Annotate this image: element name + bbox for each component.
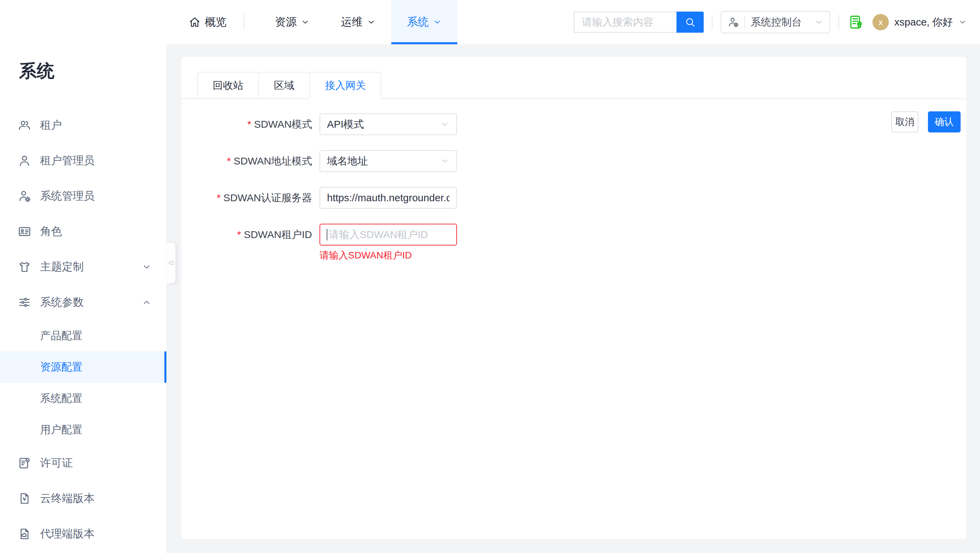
required-marker: * <box>247 118 251 130</box>
sdwan-address-mode-select[interactable]: 域名地址 <box>320 150 457 172</box>
tab-recycle-bin[interactable]: 回收站 <box>197 72 259 99</box>
system-admin-icon <box>18 189 31 203</box>
select-value: 域名地址 <box>327 154 368 168</box>
console-dropdown-value: 系统控制台 <box>751 15 815 29</box>
sidebar-subitem-label: 用户配置 <box>40 422 82 437</box>
sidebar-item-license[interactable]: 许可证 <box>0 445 166 481</box>
search-button[interactable] <box>676 11 704 33</box>
tab-label: 区域 <box>274 79 294 92</box>
text-cursor <box>327 229 327 241</box>
tab-label: 接入网关 <box>325 79 366 92</box>
sidebar-item-tenant-admin[interactable]: 租户管理员 <box>0 143 166 178</box>
chevron-down-icon <box>142 262 151 272</box>
form-row-sdwan-mode: *SDWAN模式 API模式 <box>181 113 966 135</box>
sidebar-item-system-admin[interactable]: 系统管理员 <box>0 178 166 214</box>
sidebar-item-label: 系统管理员 <box>40 189 95 204</box>
sidebar-item-cloud-terminal-version[interactable]: 云终端版本 <box>0 481 166 516</box>
sidebar-item-label: 租户 <box>40 118 62 133</box>
chevron-down-icon <box>301 18 310 27</box>
nav-label: 系统 <box>407 14 429 30</box>
sidebar-subitem-label: 系统配置 <box>40 391 82 406</box>
sidebar-subitem-resource-config[interactable]: 资源配置 <box>0 351 166 383</box>
theme-tshirt-icon <box>18 260 31 274</box>
dropdown-separator <box>745 15 745 29</box>
nav-label: 概览 <box>205 14 227 30</box>
sidebar-menu: 租户 租户管理员 系统管理员 <box>0 108 166 553</box>
sidebar-subitem-system-config[interactable]: 系统配置 <box>0 383 166 414</box>
sidebar-item-label: 租户管理员 <box>40 153 95 168</box>
sdwan-tenant-id-wrap <box>320 224 457 245</box>
select-value: API模式 <box>327 118 364 131</box>
cancel-button[interactable]: 取消 <box>891 112 918 132</box>
agent-version-icon <box>18 527 31 541</box>
page-area: 回收站 区域 接入网关 取消 确认 *SDWAN模式 <box>167 44 980 553</box>
sidebar-subitem-user-config[interactable]: 用户配置 <box>0 414 166 445</box>
license-certificate-icon[interactable] <box>847 14 865 31</box>
sidebar-item-theme[interactable]: 主题定制 <box>0 249 166 285</box>
top-navigation: 概览 资源 运维 系统 <box>186 0 457 44</box>
nav-label: 资源 <box>275 14 297 30</box>
sdwan-mode-select[interactable]: API模式 <box>320 113 457 135</box>
tab-panel-access-gateway: 取消 确认 *SDWAN模式 API模式 <box>181 99 966 262</box>
user-gear-icon <box>727 16 739 28</box>
sidebar-item-label: 系统参数 <box>40 295 84 310</box>
chevron-down-icon <box>440 120 450 129</box>
form-row-sdwan-address-mode: *SDWAN地址模式 域名地址 <box>181 150 966 172</box>
tenant-admin-icon <box>18 154 31 167</box>
tab-access-gateway[interactable]: 接入网关 <box>309 72 382 99</box>
chevron-down-icon <box>815 18 824 27</box>
nav-item-operations[interactable]: 运维 <box>325 0 391 44</box>
required-marker: * <box>237 229 241 240</box>
required-marker: * <box>227 155 231 167</box>
app-screen: 概览 资源 运维 系统 <box>0 0 980 553</box>
sidebar-item-label: 许可证 <box>40 456 73 470</box>
role-card-icon <box>18 225 31 238</box>
search-input[interactable] <box>574 11 676 33</box>
sidebar-collapse-handle[interactable] <box>167 242 176 283</box>
nav-item-overview[interactable]: 概览 <box>186 0 229 44</box>
tab-bar: 回收站 区域 接入网关 <box>181 72 966 99</box>
menu-fold-icon <box>167 259 175 267</box>
topbar-right: 系统控制台 x xspace, 你好 <box>574 0 967 44</box>
sidebar-item-system-params[interactable]: 系统参数 <box>0 285 166 320</box>
topbar-divider <box>838 14 839 30</box>
sidebar-item-partial[interactable] <box>0 551 166 553</box>
search-icon <box>684 16 696 28</box>
tab-label: 回收站 <box>213 79 243 92</box>
confirm-button[interactable]: 确认 <box>928 112 961 132</box>
cloud-terminal-version-icon <box>18 492 31 505</box>
nav-item-resources[interactable]: 资源 <box>259 0 325 44</box>
user-menu[interactable]: x xspace, 你好 <box>872 14 967 30</box>
field-error-message: 请输入SDWAN租户ID <box>320 249 966 262</box>
tab-region[interactable]: 区域 <box>258 72 310 99</box>
form-row-sdwan-auth-server: *SDWAN认证服务器 <box>181 187 966 209</box>
sidebar-subitem-product-config[interactable]: 产品配置 <box>0 320 166 351</box>
home-icon <box>189 16 201 28</box>
user-greeting: xspace, 你好 <box>894 15 953 29</box>
sdwan-tenant-id-input[interactable] <box>320 224 457 245</box>
topbar-divider <box>712 14 713 30</box>
sidebar-item-agent-version[interactable]: 代理端版本 <box>0 516 166 551</box>
field-label: *SDWAN租户ID <box>181 228 312 242</box>
searchbox <box>574 11 704 33</box>
sliders-icon <box>18 296 31 309</box>
nav-divider <box>243 14 244 30</box>
sidebar-item-tenants[interactable]: 租户 <box>0 108 166 143</box>
sidebar-title: 系统 <box>19 59 166 83</box>
topbar: 概览 资源 运维 系统 <box>0 0 980 44</box>
content-card: 回收站 区域 接入网关 取消 确认 *SDWAN模式 <box>181 57 966 539</box>
nav-item-system[interactable]: 系统 <box>391 0 457 44</box>
console-dropdown[interactable]: 系统控制台 <box>721 11 830 33</box>
sdwan-auth-server-input[interactable] <box>320 187 457 209</box>
nav-label: 运维 <box>341 14 363 30</box>
sidebar-item-label: 主题定制 <box>40 260 84 274</box>
form-actions: 取消 确认 <box>891 112 961 132</box>
sidebar-item-label: 代理端版本 <box>40 526 95 542</box>
license-doc-icon <box>18 456 31 470</box>
sidebar-item-roles[interactable]: 角色 <box>0 214 166 249</box>
chevron-down-icon <box>440 156 450 166</box>
form-row-sdwan-tenant-id: *SDWAN租户ID <box>181 224 966 245</box>
field-label: *SDWAN认证服务器 <box>181 191 312 205</box>
chevron-down-icon <box>367 18 375 27</box>
sidebar-item-label: 角色 <box>40 224 62 239</box>
